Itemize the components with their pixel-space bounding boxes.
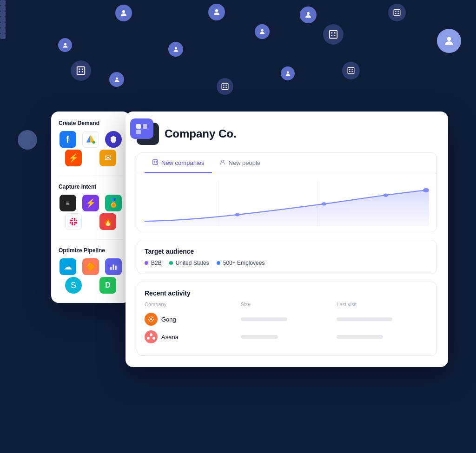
facebook-icon[interactable]: f [60,131,76,148]
svg-rect-33 [352,71,353,72]
dot-decoration [0,0,6,6]
asana-size-bar [241,335,333,339]
dot-decoration [0,33,6,39]
building-bubble [217,78,233,95]
chart-section: New companies New people [137,152,437,232]
svg-rect-35 [136,124,141,129]
svg-rect-31 [352,69,353,70]
fire-icon[interactable]: 🔥 [99,213,116,230]
tabs-nav: New companies New people [137,153,436,173]
size-skeleton [241,317,287,321]
svg-point-50 [235,213,240,216]
intercom-icon[interactable]: ≡ [60,195,76,211]
svg-point-8 [261,29,263,32]
svg-rect-4 [395,11,396,12]
svg-point-14 [447,37,451,41]
dot-decoration [18,130,37,150]
google-ads-icon[interactable] [82,131,99,148]
svg-rect-23 [222,83,228,90]
svg-point-55 [150,334,152,336]
b2b-dot [145,261,148,265]
svg-rect-40 [113,265,114,270]
svg-rect-36 [143,124,147,129]
dot-decoration [0,28,6,33]
svg-rect-3 [394,9,400,16]
company-cell-gong: Gong [145,313,237,326]
col-last-visit: Last visit [337,302,429,307]
company-header: Co. Company Co. [137,123,437,145]
tab-person-icon [219,159,226,167]
hubspot-icon[interactable]: 🔶 [82,258,99,275]
audience-tags: B2B United States 500+ Employees [145,260,429,266]
speed-icon[interactable]: S [65,277,82,294]
d-icon[interactable]: D [99,277,116,294]
person-bubble [168,42,183,57]
tab-new-companies-label: New companies [161,159,205,166]
capture-intent-icons-row2: 🔥 [59,213,123,230]
svg-rect-17 [77,67,85,75]
person-bubble [109,72,124,87]
sidebar-section-optimize-pipeline: Optimize Pipeline ☁ 🔶 S D [59,239,123,294]
svg-rect-6 [395,13,396,14]
barchart-icon[interactable] [105,258,122,275]
building-bubble [342,62,360,79]
audience-tag-b2b: B2B [145,260,162,266]
svg-point-47 [221,160,224,162]
recent-activity-title: Recent activity [145,289,429,297]
main-panel: Co. Company Co. New companies New people [126,112,448,367]
email-icon[interactable]: ✉ [99,150,116,166]
gong-logo [145,313,158,326]
table-row: Gong [145,313,429,326]
visit-skeleton [337,335,383,339]
sidebar-section-create-demand: Create Demand f ⚡ ✉ [59,120,123,166]
svg-rect-24 [223,85,224,85]
gong-size-bar [241,317,333,321]
activity-table-header: Company Size Last visit [145,302,429,307]
svg-point-54 [150,318,152,320]
svg-rect-25 [226,85,227,85]
target-audience-section: Target audience B2B United States 500+ E… [137,240,437,274]
bolt-icon[interactable]: ⚡ [82,195,99,211]
svg-rect-5 [398,11,399,12]
person-bubble [300,7,317,23]
shield-icon[interactable] [105,131,122,148]
person-bubble [115,5,132,21]
dot-decoration [0,17,6,22]
tab-new-companies[interactable]: New companies [145,153,212,173]
building-bubble [388,4,406,21]
target-audience-title: Target audience [145,248,429,255]
salesforce-icon[interactable]: ☁ [60,258,76,275]
svg-point-53 [423,188,429,192]
slack-icon[interactable] [65,213,82,230]
asana-logo [145,330,158,343]
svg-rect-10 [331,32,332,33]
svg-rect-27 [226,87,227,88]
main-content: Create Demand f ⚡ ✉ Cap [51,112,448,416]
optimize-pipeline-icons-row2: S D [59,277,123,294]
svg-rect-9 [330,31,337,39]
svg-rect-21 [82,71,83,72]
svg-rect-11 [334,32,336,33]
svg-rect-42 [153,160,158,165]
svg-point-56 [147,337,150,340]
create-demand-icons-row1: f [59,131,123,148]
company-name: Company Co. [165,127,237,140]
recent-activity-section: Recent activity Company Size Last visit … [137,282,437,356]
svg-rect-39 [111,267,112,270]
optimize-pipeline-icons-row1: ☁ 🔶 [59,258,123,275]
person-bubble [437,29,461,53]
svg-rect-13 [334,35,336,36]
sidebar-panel: Create Demand f ⚡ ✉ Cap [51,112,130,303]
visit-skeleton [337,317,392,321]
zapier-icon[interactable]: ⚡ [65,150,82,166]
create-demand-icons-row2: ⚡ ✉ [59,150,123,166]
tab-new-people[interactable]: New people [212,153,268,173]
svg-point-57 [152,337,155,340]
svg-point-2 [307,12,310,15]
gong-visit-bar [337,317,429,321]
person-bubble [208,4,225,20]
dot-decoration [0,22,6,28]
svg-point-0 [122,10,125,13]
svg-point-16 [175,47,177,49]
badge-icon[interactable]: 🏅 [105,195,122,211]
